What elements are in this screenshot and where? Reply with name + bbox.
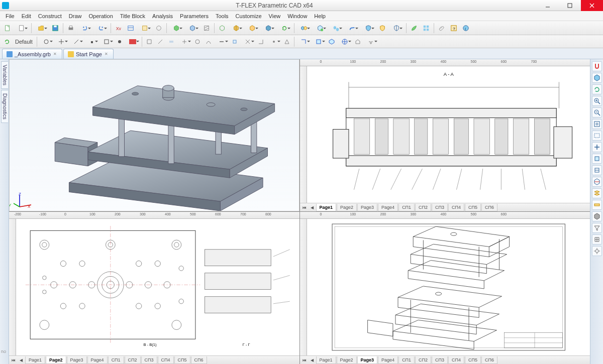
- page-tab[interactable]: СП3: [141, 356, 157, 364]
- menu-file[interactable]: File: [2, 12, 18, 20]
- about-button[interactable]: i: [460, 23, 471, 34]
- t2-m[interactable]: [296, 37, 311, 47]
- section-icon[interactable]: [592, 177, 602, 187]
- page-tab[interactable]: Page2: [337, 356, 357, 364]
- page-tab[interactable]: СП5: [465, 204, 481, 211]
- shield-1[interactable]: [361, 23, 376, 34]
- menu-customize[interactable]: Customize: [232, 12, 265, 20]
- shade-2[interactable]: [245, 23, 260, 34]
- page-tab[interactable]: СП1: [398, 356, 415, 364]
- maximize-button[interactable]: [559, 0, 581, 11]
- zoom-window-icon[interactable]: [592, 131, 602, 141]
- shade-button[interactable]: [229, 23, 244, 34]
- undo-button[interactable]: [77, 23, 92, 34]
- t2-e[interactable]: [192, 37, 203, 47]
- page-tab[interactable]: Page4: [378, 356, 398, 364]
- view-top-icon[interactable]: [592, 154, 602, 164]
- t2-n[interactable]: [312, 37, 326, 47]
- pan-icon[interactable]: [592, 142, 602, 152]
- viewport-section-aa[interactable]: 0 100 200 300 400 500 600 700 A - A: [300, 59, 590, 211]
- cube-draw[interactable]: [185, 23, 200, 34]
- t2-o[interactable]: [327, 37, 337, 47]
- t2-b[interactable]: [155, 37, 165, 47]
- page-tab[interactable]: СП3: [432, 204, 448, 211]
- t2-r[interactable]: [364, 37, 378, 47]
- page-tab[interactable]: СП4: [448, 204, 464, 211]
- page-tab[interactable]: Page1: [25, 356, 45, 364]
- doctab-assembly[interactable]: _Assembly.grb ✕: [2, 49, 62, 59]
- page-tab[interactable]: СП2: [415, 204, 431, 211]
- t2-i[interactable]: [241, 37, 255, 47]
- cube-green[interactable]: [169, 23, 184, 34]
- snap-5[interactable]: [99, 37, 114, 47]
- page-tab[interactable]: СП1: [108, 356, 124, 364]
- page-tab[interactable]: СП4: [158, 356, 174, 364]
- new-dropdown[interactable]: [14, 23, 29, 34]
- color-swatch[interactable]: [126, 37, 140, 47]
- shield-2[interactable]: [377, 23, 388, 34]
- page-tab[interactable]: СП3: [432, 356, 448, 364]
- page-prev-icon[interactable]: ◀: [309, 204, 316, 211]
- menu-draw[interactable]: Draw: [65, 12, 85, 20]
- tool-bend[interactable]: [345, 23, 360, 34]
- rotate-icon[interactable]: [592, 84, 602, 94]
- t2-j[interactable]: [256, 37, 266, 47]
- menu-analysis[interactable]: Analysis: [149, 12, 176, 20]
- snap-3[interactable]: [69, 37, 83, 47]
- canvas-plan[interactable]: B - B(1) Г - Г: [16, 219, 299, 355]
- tool-3[interactable]: [153, 23, 164, 34]
- zoom-in-icon[interactable]: [592, 96, 602, 106]
- t2-c[interactable]: [166, 37, 176, 47]
- canvas-3d[interactable]: ZYX: [9, 59, 299, 211]
- new-button[interactable]: [2, 23, 13, 34]
- t2-p[interactable]: [338, 37, 352, 47]
- page-prev-icon[interactable]: ◀: [18, 356, 25, 363]
- t2-k[interactable]: [267, 37, 281, 47]
- page-tab[interactable]: Page2: [337, 204, 357, 211]
- page-tab[interactable]: СП5: [174, 356, 190, 364]
- tool-2[interactable]: [137, 23, 152, 34]
- zoom-out-icon[interactable]: [592, 107, 602, 117]
- print-button[interactable]: [65, 23, 76, 34]
- sidetab-variables[interactable]: Variables: [1, 61, 8, 89]
- leaf-button[interactable]: [409, 23, 420, 34]
- open-button[interactable]: [34, 23, 49, 34]
- cube-view-icon[interactable]: [592, 73, 602, 83]
- snap-2[interactable]: [54, 37, 68, 47]
- grid-icon[interactable]: [592, 234, 602, 245]
- menu-tools[interactable]: Tools: [212, 12, 232, 20]
- t2-f[interactable]: [204, 37, 214, 47]
- t2-l[interactable]: [282, 37, 292, 47]
- menu-parameters[interactable]: Parameters: [176, 12, 212, 20]
- page-tab[interactable]: СП6: [481, 356, 497, 364]
- page-tab[interactable]: Page1: [316, 204, 337, 211]
- view-front-icon[interactable]: [592, 165, 602, 175]
- page-tab[interactable]: СП6: [191, 356, 207, 364]
- magnet-icon[interactable]: [592, 61, 602, 71]
- menu-help[interactable]: Help: [311, 12, 329, 20]
- variables-button[interactable]: Xv: [113, 23, 124, 34]
- sidetab-diagnostics[interactable]: Diagnostics: [1, 90, 8, 123]
- viewport-plan[interactable]: -200 -100 0 100 200 300 400 500 600 700 …: [9, 212, 299, 364]
- layers-icon[interactable]: [592, 188, 602, 198]
- assembly-2[interactable]: [313, 23, 328, 34]
- canvas-section[interactable]: A - A: [307, 66, 590, 203]
- views-button[interactable]: [421, 23, 432, 34]
- zoom-fit-icon[interactable]: [592, 119, 602, 129]
- filter-icon[interactable]: [592, 223, 602, 233]
- page-tab[interactable]: Page2: [46, 356, 66, 364]
- page-tab[interactable]: Page4: [87, 356, 108, 364]
- menu-operation[interactable]: Operation: [85, 12, 116, 20]
- menu-view[interactable]: View: [265, 12, 284, 20]
- page-tab[interactable]: Page3: [67, 356, 87, 364]
- t2-g[interactable]: [215, 37, 229, 47]
- menu-titleblock[interactable]: Title Block: [117, 12, 149, 20]
- snap-6[interactable]: [115, 37, 125, 47]
- shade-toggle-icon[interactable]: [592, 211, 602, 221]
- close-tab-icon[interactable]: ✕: [104, 52, 109, 57]
- close-button[interactable]: [581, 0, 603, 11]
- snap-1[interactable]: [39, 37, 53, 47]
- page-tab[interactable]: Page4: [378, 204, 398, 211]
- page-tab[interactable]: СП4: [448, 356, 464, 364]
- refresh-icon[interactable]: [2, 37, 12, 47]
